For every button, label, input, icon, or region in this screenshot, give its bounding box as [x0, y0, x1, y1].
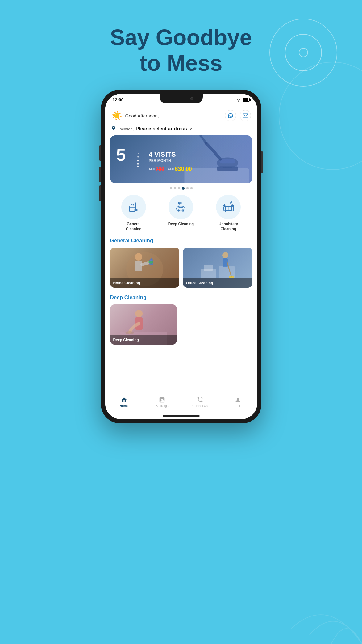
- front-camera: [190, 97, 193, 100]
- header-left: ☀️ Good Afternoon,: [111, 111, 159, 121]
- home-bar: [105, 413, 257, 419]
- phone-device: 12:00: [101, 90, 261, 423]
- service-item-deep[interactable]: Deep Cleaning: [157, 195, 205, 231]
- nav-bookings-label: Bookings: [156, 404, 168, 408]
- service-item-general[interactable]: GeneralCleaning: [110, 195, 157, 231]
- dot-3: [178, 187, 180, 189]
- dot-6: [190, 187, 193, 189]
- service-item-upholstery[interactable]: UpholsteryCleaning: [205, 195, 252, 231]
- nav-home[interactable]: Home: [105, 396, 143, 408]
- home-indicator: [163, 415, 200, 417]
- phone-screen: 12:00: [105, 94, 257, 419]
- svg-rect-6: [130, 206, 135, 212]
- svg-point-22: [230, 202, 231, 204]
- profile-icon: [235, 396, 241, 403]
- battery-icon: [243, 98, 250, 102]
- banner-old-price: 700: [156, 167, 164, 172]
- whatsapp-icon: [228, 113, 233, 118]
- bottom-spacer: [105, 347, 257, 353]
- svg-point-10: [133, 205, 134, 205]
- banner-content: 5 HOURS 4 VISITS PER MONTH AED 700: [110, 141, 198, 177]
- bg-arcs: [285, 567, 362, 644]
- home-cleaning-card[interactable]: Home Cleaning: [110, 248, 179, 288]
- general-cleaning-cards: Home Cleaning: [110, 248, 252, 288]
- phone-shell: 12:00: [101, 90, 261, 423]
- deep-cleaning-section-title: Deep Cleaning: [110, 294, 252, 301]
- app-header: ☀️ Good Afternoon,: [105, 106, 257, 124]
- svg-point-9: [131, 205, 132, 206]
- nav-contact[interactable]: Contact Us: [181, 396, 219, 408]
- general-cleaning-section-title: General Cleaning: [110, 238, 252, 244]
- deep-cleaning-icon-circle: [169, 195, 193, 219]
- banner-hours-label: HOURS: [136, 153, 140, 167]
- svg-point-28: [148, 261, 153, 264]
- upholstery-cleaning-label: UpholsteryCleaning: [218, 222, 238, 231]
- svg-rect-31: [204, 265, 213, 271]
- office-cleaning-card[interactable]: Office Cleaning: [183, 248, 252, 288]
- nav-contact-label: Contact Us: [192, 404, 207, 408]
- svg-rect-8: [134, 209, 138, 211]
- nav-profile[interactable]: Profile: [219, 396, 257, 408]
- nav-bookings[interactable]: Bookings: [143, 396, 181, 408]
- service-categories: GeneralCleaning: [105, 192, 257, 233]
- wifi-icon: [236, 98, 241, 102]
- status-bar: 12:00: [105, 94, 257, 106]
- promo-banner[interactable]: 5 HOURS 4 VISITS PER MONTH AED 700: [110, 135, 252, 183]
- bookings-icon: [159, 396, 165, 403]
- sun-icon: ☀️: [111, 111, 122, 121]
- mail-button[interactable]: [240, 110, 251, 121]
- general-cleaning-section: General Cleaning: [105, 233, 257, 290]
- nav-home-label: Home: [120, 404, 128, 408]
- banner-per-month: PER MONTH: [149, 159, 192, 163]
- nav-profile-label: Profile: [234, 404, 242, 408]
- new-price-label: AED: [168, 167, 174, 171]
- deep-cleaning-cards: Deep Cleaning: [110, 304, 252, 345]
- svg-rect-1: [243, 114, 248, 117]
- deep-cleaning-card-label: Deep Cleaning: [110, 335, 177, 345]
- notch: [160, 94, 203, 103]
- svg-rect-7: [135, 202, 136, 210]
- greeting-text: Good Afternoon,: [125, 113, 159, 118]
- status-time: 12:00: [113, 97, 124, 102]
- hero-section: Say Goodbye to Mess: [0, 25, 362, 76]
- banner-new-price: 630.00: [175, 166, 192, 172]
- whatsapp-button[interactable]: [225, 110, 236, 121]
- location-chevron-icon: ∨: [189, 127, 192, 131]
- location-address[interactable]: Please select address: [135, 126, 187, 132]
- general-cleaning-icon: [127, 200, 141, 214]
- bottom-navigation: Home Bookings: [105, 391, 257, 413]
- location-bar[interactable]: Location, Please select address ∨: [105, 124, 257, 135]
- home-icon: [121, 396, 127, 403]
- deep-cleaning-icon: [174, 200, 188, 214]
- status-icons: [236, 98, 250, 102]
- deep-cleaning-label: Deep Cleaning: [168, 222, 194, 227]
- dot-1: [170, 187, 172, 189]
- location-label: Location,: [118, 127, 134, 131]
- hero-title: Say Goodbye to Mess: [0, 25, 362, 76]
- deep-cleaning-card[interactable]: Deep Cleaning: [110, 304, 177, 345]
- svg-point-0: [238, 101, 239, 101]
- home-cleaning-card-label: Home Cleaning: [110, 278, 179, 288]
- svg-point-39: [125, 331, 134, 334]
- upholstery-cleaning-icon: [221, 200, 235, 214]
- svg-rect-26: [135, 261, 142, 271]
- dot-2: [174, 187, 176, 189]
- contact-icon: [197, 396, 203, 403]
- banner-number: 5: [116, 145, 126, 164]
- dot-4-active: [182, 187, 185, 190]
- svg-rect-35: [229, 276, 234, 278]
- svg-point-37: [135, 310, 143, 317]
- general-cleaning-label: GeneralCleaning: [126, 222, 142, 231]
- banner-prices: AED 700 AED 630.00: [149, 166, 192, 172]
- general-cleaning-icon-circle: [121, 195, 146, 219]
- upholstery-cleaning-icon-circle: [216, 195, 241, 219]
- app-content[interactable]: ☀️ Good Afternoon,: [105, 106, 257, 391]
- office-cleaning-card-label: Office Cleaning: [183, 278, 252, 288]
- svg-point-25: [135, 253, 142, 261]
- mail-icon: [243, 113, 248, 118]
- svg-rect-5: [217, 166, 238, 171]
- deep-cleaning-section: Deep Cleaning: [105, 290, 257, 347]
- svg-point-32: [222, 252, 228, 258]
- header-icons: [225, 110, 251, 121]
- old-price-label: AED: [149, 167, 155, 171]
